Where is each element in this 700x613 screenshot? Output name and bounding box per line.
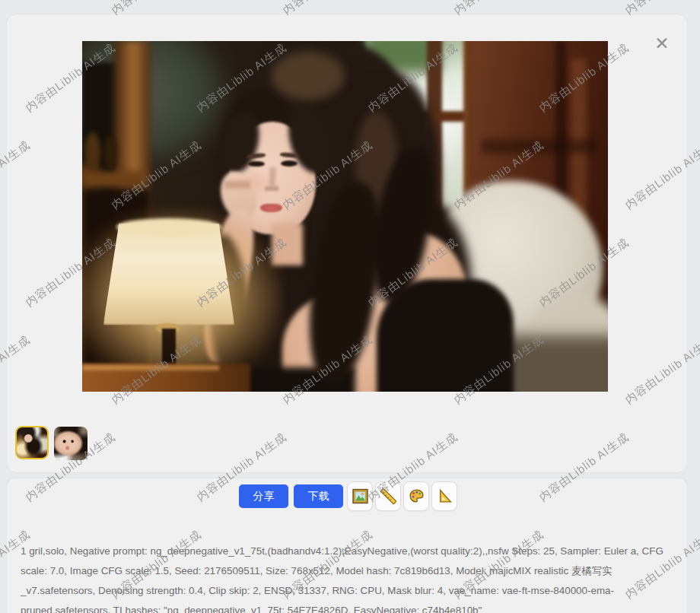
generated-image: [82, 41, 608, 392]
thumbnail-1-image: [17, 427, 47, 458]
photo-nose-shadow: [265, 186, 278, 191]
photo-door-panel: [482, 139, 597, 153]
photo-shelf-board: [82, 171, 145, 189]
ruler-icon: [380, 488, 396, 504]
thumbnail-2[interactable]: [54, 427, 88, 460]
screen: ✕: [0, 0, 700, 613]
thumbnail-1[interactable]: [15, 426, 49, 459]
close-icon[interactable]: ✕: [650, 31, 674, 56]
download-button[interactable]: 下载: [294, 484, 343, 508]
triangular-ruler-icon: [437, 488, 453, 504]
photo-lamp-rim: [116, 218, 221, 236]
photo-eye: [281, 160, 298, 167]
photo-bottle: [84, 132, 100, 171]
thumbnail-2-image: [54, 427, 88, 460]
measure-tool-button[interactable]: [431, 481, 457, 511]
palette-tool-button[interactable]: [403, 481, 429, 511]
photo-knuckle-shade: [224, 181, 251, 188]
image-tool-button[interactable]: [347, 481, 373, 511]
photo-nose-shadow: [269, 167, 276, 187]
image-preview-modal: ✕: [6, 14, 688, 473]
ruler-tool-button[interactable]: [375, 481, 401, 511]
palette-icon: [409, 488, 425, 504]
photo-table-highlight: [82, 365, 219, 370]
photo-bottle: [103, 135, 116, 170]
photo-lamp-shade: [103, 224, 235, 326]
share-button[interactable]: 分享: [239, 484, 288, 508]
generation-parameters: 1 gril,solo, Negative prompt: ng_deepneg…: [21, 542, 678, 613]
framed-picture-icon: [352, 488, 368, 504]
